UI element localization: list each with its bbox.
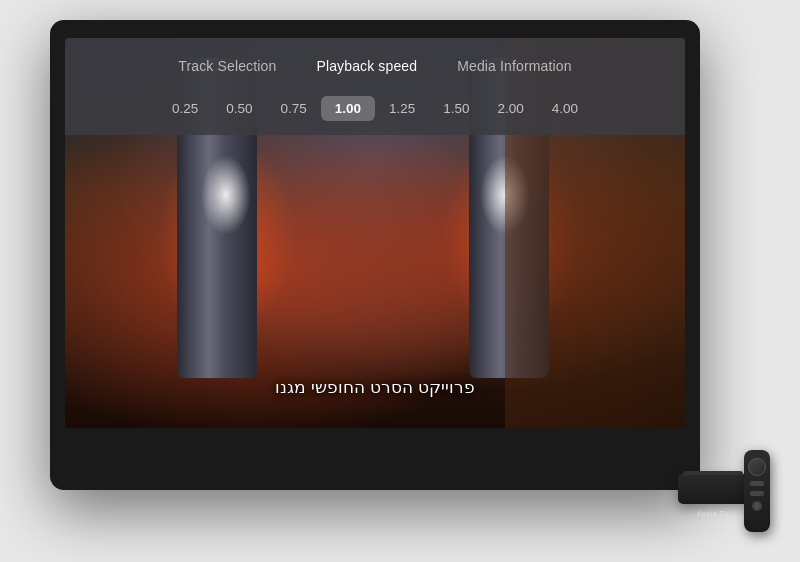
speed-option-075[interactable]: 0.75 — [266, 96, 320, 121]
remote-control — [744, 450, 770, 532]
remote-logo — [752, 501, 762, 511]
apple-tv-box-top — [683, 471, 743, 475]
tv-screen: Track Selection Playback speed Media Inf… — [65, 38, 685, 428]
speed-option-100[interactable]: 1.00 — [321, 96, 375, 121]
tv-body: Track Selection Playback speed Media Inf… — [50, 20, 700, 490]
speed-options-bar: 0.25 0.50 0.75 1.00 1.25 1.50 — [65, 90, 685, 135]
apple-tv-label: Apple TV — [678, 510, 748, 517]
scene: Track Selection Playback speed Media Inf… — [0, 0, 800, 562]
tab-track-selection[interactable]: Track Selection — [158, 52, 296, 80]
tv-stand-neck — [345, 428, 405, 448]
speed-option-200[interactable]: 2.00 — [484, 96, 538, 121]
speed-option-025[interactable]: 0.25 — [158, 96, 212, 121]
playback-ui-overlay: Track Selection Playback speed Media Inf… — [65, 38, 685, 135]
tab-media-information[interactable]: Media Information — [437, 52, 591, 80]
speed-option-125[interactable]: 1.25 — [375, 96, 429, 121]
tab-playback-speed[interactable]: Playback speed — [296, 52, 437, 80]
tv-stand-base — [305, 448, 445, 460]
subtitle-text: פרוייקט הסרט החופשי מגנו — [65, 377, 685, 398]
speed-option-050[interactable]: 0.50 — [212, 96, 266, 121]
speed-option-150[interactable]: 1.50 — [429, 96, 483, 121]
pipe-highlight-left — [201, 155, 251, 235]
remote-trackpad[interactable] — [748, 458, 766, 476]
tab-bar: Track Selection Playback speed Media Inf… — [65, 38, 685, 90]
apple-tv-box — [678, 474, 748, 504]
remote-menu-button[interactable] — [750, 481, 764, 486]
remote-play-button[interactable] — [750, 491, 764, 496]
speed-option-400[interactable]: 4.00 — [538, 96, 592, 121]
